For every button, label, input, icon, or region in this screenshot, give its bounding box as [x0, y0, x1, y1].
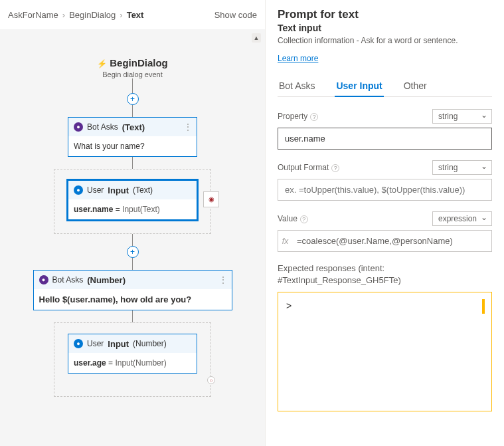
tab-bot-asks[interactable]: Bot Asks	[278, 75, 316, 96]
bot-icon: ●	[39, 275, 48, 284]
user-input-text-node[interactable]: ● User Input (Text) user.name = Input(Te…	[68, 180, 197, 220]
more-icon[interactable]: ⋮	[218, 275, 228, 285]
node-kind: User	[87, 339, 104, 348]
help-icon[interactable]: ?	[300, 215, 308, 223]
node-kind: User	[87, 185, 104, 195]
trigger-subtitle: Begin dialog event	[0, 70, 265, 78]
value-type-select[interactable]: expression	[432, 211, 492, 226]
recognizer-indicator-icon[interactable]: ◉	[203, 191, 219, 207]
trigger-title: BeginDialog	[110, 57, 168, 68]
breadcrumb: AskForName › BeginDialog › Text	[8, 10, 143, 20]
crumb-current: Text	[127, 10, 144, 20]
trigger-icon: ⚡	[97, 59, 107, 68]
expected-content: >	[286, 300, 292, 311]
more-icon[interactable]: ⋮	[183, 122, 193, 132]
user-input-number-node[interactable]: ● User Input (Number) user.age = Input(N…	[68, 334, 197, 374]
node-paren: (Number)	[87, 275, 126, 285]
add-action-button[interactable]: +	[127, 246, 139, 258]
crumb-root[interactable]: AskForName	[8, 10, 58, 20]
recognizer-indicator-icon[interactable]: ○	[207, 376, 215, 384]
expected-responses-label: Expected responses (intent: #TextInput_R…	[278, 263, 492, 286]
node-kind2: Input	[108, 185, 129, 195]
chevron-right-icon: ›	[120, 10, 122, 20]
node-paren: (Text)	[133, 185, 153, 195]
chevron-right-icon: ›	[62, 10, 65, 20]
help-icon[interactable]: ?	[331, 164, 339, 172]
panel-description: Collection information - Ask for a word …	[278, 36, 492, 45]
property-type-select[interactable]: string	[432, 109, 492, 124]
tab-other[interactable]: Other	[402, 75, 428, 96]
show-code-button[interactable]: Show code	[214, 10, 257, 20]
node-kind: Bot Asks	[87, 122, 118, 132]
add-action-button[interactable]: +	[127, 93, 139, 105]
value-expression: =coalesce(@user.Name,@personName)	[293, 231, 491, 251]
user-icon: ●	[74, 339, 83, 348]
tab-user-input[interactable]: User Input	[335, 75, 383, 96]
output-format-label: Output Format	[278, 163, 329, 172]
panel-tabs: Bot Asks User Input Other	[278, 75, 492, 97]
user-input-group-2: ○ ● User Input (Number) user.age = Input…	[54, 322, 211, 397]
node-body: user.name = Input(Text)	[68, 199, 197, 219]
trigger-node[interactable]: ⚡BeginDialog Begin dialog event	[0, 57, 265, 78]
node-body: user.age = Input(Number)	[68, 353, 197, 373]
help-icon[interactable]: ?	[310, 113, 318, 121]
expected-responses-input[interactable]: >	[278, 292, 492, 411]
output-format-input[interactable]	[278, 179, 492, 201]
value-label: Value	[278, 214, 297, 223]
property-label: Property	[278, 112, 307, 121]
bot-icon: ●	[74, 122, 83, 132]
bot-asks-text-node[interactable]: ● Bot Asks (Text) ⋮ What is your name?	[68, 117, 197, 157]
bot-asks-number-node[interactable]: ● Bot Asks (Number) ⋮ Hello $(user.name)…	[33, 270, 232, 310]
node-kind: Bot Asks	[52, 275, 84, 284]
node-paren: (Number)	[133, 339, 167, 348]
property-input[interactable]	[278, 128, 492, 150]
node-body: What is your name?	[68, 136, 197, 156]
cursor-indicator	[482, 299, 485, 314]
node-kind2: Input	[108, 339, 129, 349]
learn-more-link[interactable]: Learn more	[278, 54, 318, 63]
node-paren: (Text)	[122, 122, 145, 132]
output-type-select[interactable]: string	[432, 160, 492, 175]
node-body: Hello $(user.name), how old are you?	[34, 289, 232, 310]
crumb-mid[interactable]: BeginDialog	[69, 10, 116, 20]
user-input-group: ◉ ● User Input (Text) user.name = Input(…	[54, 169, 211, 234]
scroll-up-icon[interactable]: ▲	[252, 33, 261, 43]
value-input[interactable]: fx =coalesce(@user.Name,@personName)	[278, 230, 492, 252]
user-icon: ●	[74, 185, 83, 195]
fx-icon: fx	[278, 231, 293, 251]
panel-subtitle: Text input	[278, 23, 492, 33]
panel-title: Prompt for text	[278, 8, 492, 21]
